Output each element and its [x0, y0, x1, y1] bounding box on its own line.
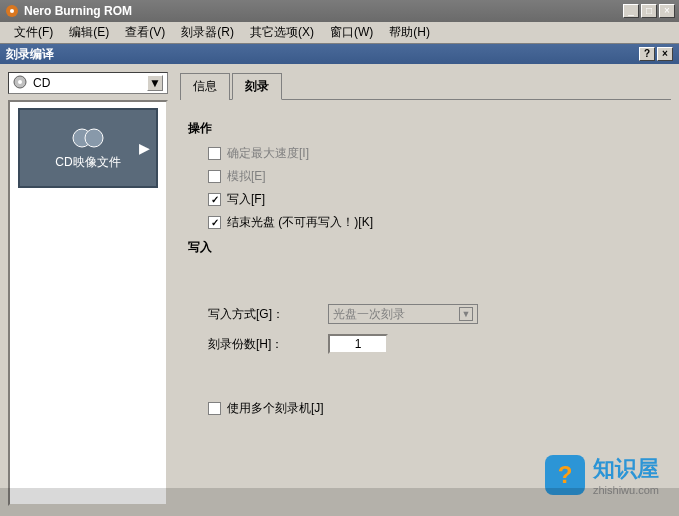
menu-file[interactable]: 文件(F) — [6, 22, 61, 43]
checkbox-write[interactable] — [208, 193, 221, 206]
tab-info[interactable]: 信息 — [180, 73, 230, 100]
menu-window[interactable]: 窗口(W) — [322, 22, 381, 43]
checkbox-finalize[interactable] — [208, 216, 221, 229]
dialog-help-button[interactable]: ? — [639, 47, 655, 61]
compilation-item-cd-image[interactable]: CD映像文件 ▶ — [18, 108, 158, 188]
label-multi-burner: 使用多个刻录机[J] — [227, 400, 324, 417]
compilation-label: CD映像文件 — [55, 154, 120, 171]
window-title: Nero Burning ROM — [24, 4, 623, 18]
checkbox-max-speed[interactable] — [208, 147, 221, 160]
titlebar: Nero Burning ROM _ □ × — [0, 0, 679, 22]
checkbox-simulate[interactable] — [208, 170, 221, 183]
menu-recorder[interactable]: 刻录器(R) — [173, 22, 242, 43]
disc-icon — [13, 75, 29, 91]
close-button[interactable]: × — [659, 4, 675, 18]
section-action: 操作 — [188, 120, 663, 137]
chevron-down-icon: ▼ — [459, 307, 473, 321]
compilation-list: CD映像文件 ▶ — [8, 100, 168, 506]
section-write: 写入 — [188, 239, 663, 256]
combo-value: CD — [33, 76, 50, 90]
watermark-title: 知识屋 — [593, 454, 659, 484]
svg-point-5 — [85, 129, 103, 147]
menu-edit[interactable]: 编辑(E) — [61, 22, 117, 43]
input-copies[interactable] — [328, 334, 388, 354]
chevron-down-icon: ▼ — [147, 75, 163, 91]
label-write-mode: 写入方式[G]： — [208, 306, 328, 323]
dialog-close-button[interactable]: × — [657, 47, 673, 61]
cd-image-icon — [72, 126, 104, 150]
svg-point-3 — [18, 80, 22, 84]
label-write: 写入[F] — [227, 191, 265, 208]
footer-strip — [0, 488, 679, 516]
dialog-titlebar: 刻录编译 ? × — [0, 44, 679, 64]
dialog-title: 刻录编译 — [6, 46, 54, 63]
label-max-speed: 确定最大速度[I] — [227, 145, 309, 162]
menu-view[interactable]: 查看(V) — [117, 22, 173, 43]
chevron-right-icon: ▶ — [139, 140, 150, 156]
label-finalize: 结束光盘 (不可再写入！)[K] — [227, 214, 373, 231]
label-simulate: 模拟[E] — [227, 168, 266, 185]
checkbox-multi-burner[interactable] — [208, 402, 221, 415]
minimize-button[interactable]: _ — [623, 4, 639, 18]
app-icon — [4, 3, 20, 19]
maximize-button[interactable]: □ — [641, 4, 657, 18]
label-copies: 刻录份数[H]： — [208, 336, 328, 353]
tab-burn[interactable]: 刻录 — [232, 73, 282, 100]
dropdown-write-mode[interactable]: 光盘一次刻录 ▼ — [328, 304, 478, 324]
svg-point-1 — [10, 9, 14, 13]
disc-type-combo[interactable]: CD ▼ — [8, 72, 168, 94]
menu-extras[interactable]: 其它选项(X) — [242, 22, 322, 43]
menubar: 文件(F) 编辑(E) 查看(V) 刻录器(R) 其它选项(X) 窗口(W) 帮… — [0, 22, 679, 44]
dropdown-value: 光盘一次刻录 — [333, 306, 405, 323]
tab-strip: 信息 刻录 — [180, 72, 671, 100]
menu-help[interactable]: 帮助(H) — [381, 22, 438, 43]
